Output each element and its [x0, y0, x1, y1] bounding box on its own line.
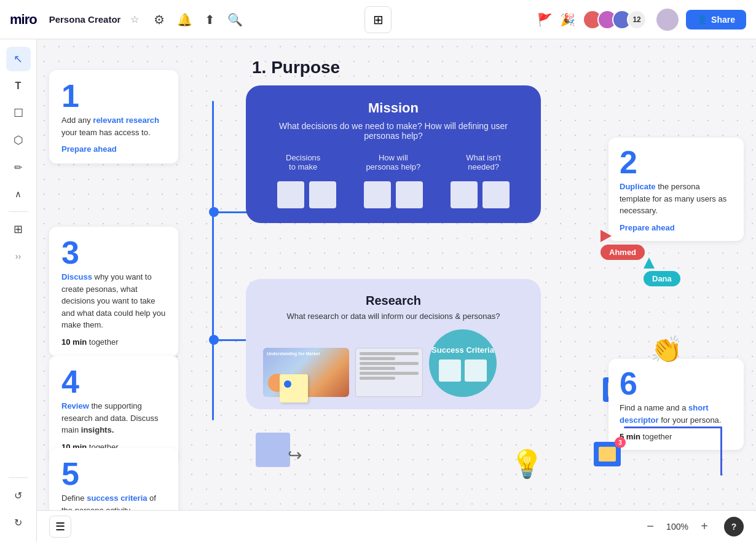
board-main-title: 1. Purpose — [252, 58, 340, 77]
research-content: Understanding the Market Success Criteri… — [263, 329, 524, 397]
step-1-link[interactable]: Prepare ahead — [61, 144, 166, 154]
doc-line-4 — [360, 367, 395, 370]
settings-icon[interactable]: ⚙ — [154, 12, 165, 27]
star-icon[interactable]: ☆ — [130, 14, 139, 25]
step-4-card: 4 Review the supporting research and dat… — [49, 356, 178, 461]
connect-tool[interactable]: ⬡ — [6, 128, 31, 152]
more-tools[interactable]: ›› — [6, 244, 31, 269]
mission-box: Mission What decisions do we need to mak… — [246, 85, 541, 223]
header-icons: ⚙ 🔔 ⬆ 🔍 — [154, 12, 243, 27]
success-sticky-1 — [439, 359, 461, 382]
sidebar-toggle-button[interactable]: ☰ — [49, 516, 71, 538]
step-3-text: Discuss why you want to create pesonas, … — [61, 271, 166, 331]
upload-icon[interactable]: ⬆ — [205, 12, 215, 27]
step-6-time: 5 min together — [620, 432, 733, 441]
board-title: Persona Creator — [49, 14, 121, 25]
doc-lines — [356, 348, 422, 385]
step-6-card: 6 Find a name and a short descriptor for… — [608, 359, 744, 450]
party-icon[interactable]: 🎉 — [560, 12, 575, 27]
sticky-tool[interactable]: ☐ — [6, 101, 31, 125]
cursor-tool[interactable]: ↖ — [6, 47, 31, 71]
connector-dot-mission — [209, 207, 219, 217]
undo-redo-group: ↺ ↻ — [6, 475, 31, 535]
miro-logo: miro — [10, 12, 37, 28]
dana-badge: Dana — [644, 271, 680, 286]
avatar-group: 12 — [583, 10, 647, 29]
redo-button[interactable]: ↻ — [6, 510, 31, 535]
divider-1 — [9, 211, 28, 212]
zoom-in-button[interactable]: + — [695, 517, 714, 536]
clapping-emoji: 👏 — [650, 334, 682, 364]
frame-tool[interactable]: ⊞ — [6, 217, 31, 242]
apps-button[interactable]: ⊞ — [364, 6, 392, 33]
zoom-level-display: 100% — [665, 522, 690, 532]
success-criteria-circle: Success Criteria — [429, 329, 497, 397]
share-button[interactable]: 👤 Share — [686, 10, 746, 29]
step-3-card: 3 Discuss why you want to create pesonas… — [49, 227, 178, 356]
doc-line-3 — [360, 362, 419, 365]
step-5-number: 5 — [61, 458, 166, 490]
zoom-out-button[interactable]: − — [640, 517, 660, 536]
flag-icon[interactable]: 🚩 — [537, 12, 553, 27]
ahmed-cursor-area: Ahmed — [600, 230, 612, 245]
col-not-needed: What isn'tneeded? — [466, 153, 501, 171]
left-toolbar: ↖ T ☐ ⬡ ✏ ∧ ⊞ ›› ↺ ↻ — [0, 39, 37, 542]
pen-tool[interactable]: ✏ — [6, 155, 31, 179]
col-personas: How willpersonas help? — [366, 153, 420, 171]
sticky-3 — [364, 181, 391, 208]
sticky-1 — [277, 181, 304, 208]
search-icon[interactable]: 🔍 — [227, 12, 243, 27]
doc-line-1 — [360, 352, 419, 355]
research-title: Research — [263, 294, 524, 308]
mission-subtitle: What decisions do we need to make? How w… — [263, 121, 524, 141]
step-2-number: 2 — [620, 146, 733, 178]
col-decisions: Decisionsto make — [286, 153, 320, 171]
research-subtitle: What research or data will inform our de… — [263, 312, 524, 321]
step-3-time: 10 min together — [61, 337, 166, 347]
doc-line-6 — [360, 377, 395, 380]
research-dot — [284, 380, 291, 388]
step-6-number: 6 — [620, 367, 733, 399]
sticky-pair-1 — [277, 181, 336, 208]
step-2-link[interactable]: Prepare ahead — [620, 223, 733, 232]
mission-title: Mission — [263, 100, 524, 116]
share-icon: 👤 — [697, 15, 707, 25]
step-4-text: Review the supporting research and data.… — [61, 400, 166, 436]
step-6-text: Find a name and a short descriptor for y… — [620, 402, 733, 426]
success-sticky-2 — [465, 359, 487, 382]
avatar-count: 12 — [627, 10, 647, 29]
step-1-number: 1 — [61, 80, 166, 112]
sticky-pair-2 — [364, 181, 423, 208]
vertical-connector — [212, 101, 214, 420]
step-3-number: 3 — [61, 237, 166, 269]
curve-arrow: ↪ — [288, 445, 302, 465]
step-2-text: Duplicate the persona template for as ma… — [620, 181, 733, 217]
mission-stickies — [263, 181, 524, 208]
doc-line-5 — [360, 372, 419, 375]
bottom-sticky-icon: 3 — [594, 442, 621, 466]
bell-icon[interactable]: 🔔 — [177, 12, 192, 27]
help-button[interactable]: ? — [724, 517, 744, 536]
blue-sticky — [256, 433, 290, 467]
step-4-number: 4 — [61, 366, 166, 398]
current-user-avatar — [656, 9, 679, 31]
dana-cursor-area: Dana — [644, 257, 655, 271]
sticky-2 — [309, 181, 336, 208]
sticky-6 — [482, 181, 510, 208]
undo-button[interactable]: ↺ — [6, 483, 31, 508]
hand-tool[interactable]: ∧ — [6, 182, 31, 206]
dana-arrow — [644, 257, 655, 269]
canvas: 1 Add any relevant research your team ha… — [37, 39, 756, 542]
mission-columns: Decisionsto make How willpersonas help? … — [263, 153, 524, 171]
text-tool[interactable]: T — [6, 74, 31, 98]
corner-v-line — [720, 426, 722, 476]
sticky-5 — [451, 181, 478, 208]
step-1-text: Add any relevant research your team has … — [61, 114, 166, 138]
doc-line-2 — [360, 357, 395, 360]
bottom-sticky-wrapper: 3 — [594, 442, 621, 466]
bottom-sticky-inner — [599, 447, 616, 461]
research-box: Research What research or data will info… — [246, 279, 541, 409]
header: miro Persona Creator ☆ ⚙ 🔔 ⬆ 🔍 ⊞ 🚩 🎉 12 … — [0, 0, 756, 39]
research-doc — [355, 348, 423, 397]
header-center-tools: ⊞ — [364, 6, 392, 33]
